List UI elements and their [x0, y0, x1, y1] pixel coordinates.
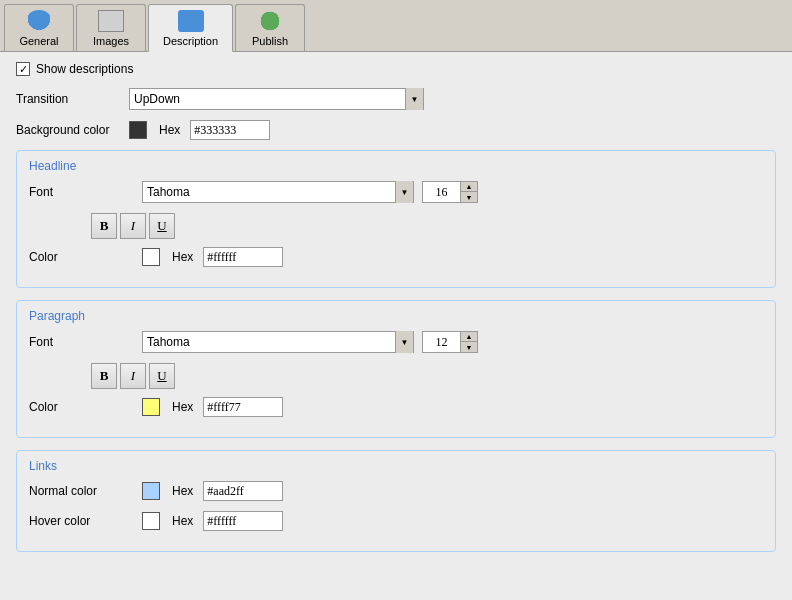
links-section: Links Normal color Hex Hover color Hex	[16, 450, 776, 552]
tab-description[interactable]: Description	[148, 4, 233, 52]
transition-label: Transition	[16, 92, 121, 106]
paragraph-font-label: Font	[29, 335, 134, 349]
headline-section: Headline Font Tahoma ▼ ▲ ▼ B I U Color	[16, 150, 776, 288]
transition-row: Transition UpDown ▼	[16, 88, 776, 110]
show-descriptions-label: Show descriptions	[36, 62, 133, 76]
headline-hex-label: Hex	[172, 250, 193, 264]
tab-images-label: Images	[93, 35, 129, 47]
background-color-swatch[interactable]	[129, 121, 147, 139]
headline-color-swatch[interactable]	[142, 248, 160, 266]
normal-hex-label: Hex	[172, 484, 193, 498]
headline-italic-button[interactable]: I	[120, 213, 146, 239]
transition-dropdown[interactable]: UpDown ▼	[129, 88, 424, 110]
tab-bar: General Images Description Publish	[0, 0, 792, 52]
main-content: Show descriptions Transition UpDown ▼ Ba…	[0, 52, 792, 600]
transition-value: UpDown	[130, 92, 405, 106]
headline-size-spinner: ▲ ▼	[422, 181, 478, 203]
hover-hex-label: Hex	[172, 514, 193, 528]
tab-description-label: Description	[163, 35, 218, 47]
paragraph-size-down[interactable]: ▼	[461, 342, 477, 352]
paragraph-size-up[interactable]: ▲	[461, 332, 477, 342]
headline-font-label: Font	[29, 185, 134, 199]
normal-color-row: Normal color Hex	[29, 481, 763, 501]
paragraph-section: Paragraph Font Tahoma ▼ ▲ ▼ B I U Color	[16, 300, 776, 438]
paragraph-color-swatch[interactable]	[142, 398, 160, 416]
tab-general[interactable]: General	[4, 4, 74, 51]
paragraph-font-arrow[interactable]: ▼	[395, 331, 413, 353]
headline-bold-button[interactable]: B	[91, 213, 117, 239]
tab-general-label: General	[19, 35, 58, 47]
paragraph-font-value: Tahoma	[143, 335, 395, 349]
headline-underline-button[interactable]: U	[149, 213, 175, 239]
headline-spinner-buttons: ▲ ▼	[460, 181, 478, 203]
hover-color-row: Hover color Hex	[29, 511, 763, 531]
hover-hex-input[interactable]	[203, 511, 283, 531]
headline-size-input[interactable]	[422, 181, 460, 203]
paragraph-color-row: Color Hex	[29, 397, 763, 417]
headline-font-dropdown[interactable]: Tahoma ▼	[142, 181, 414, 203]
headline-hex-input[interactable]	[203, 247, 283, 267]
hover-color-label: Hover color	[29, 514, 134, 528]
paragraph-size-spinner: ▲ ▼	[422, 331, 478, 353]
paragraph-font-dropdown[interactable]: Tahoma ▼	[142, 331, 414, 353]
description-icon	[177, 9, 205, 33]
general-icon	[25, 9, 53, 33]
paragraph-bold-button[interactable]: B	[91, 363, 117, 389]
background-hex-label: Hex	[159, 123, 180, 137]
show-descriptions-row: Show descriptions	[16, 62, 776, 76]
transition-dropdown-arrow[interactable]: ▼	[405, 88, 423, 110]
headline-font-value: Tahoma	[143, 185, 395, 199]
paragraph-underline-button[interactable]: U	[149, 363, 175, 389]
normal-color-label: Normal color	[29, 484, 134, 498]
headline-title: Headline	[29, 159, 763, 173]
publish-icon	[256, 9, 284, 33]
headline-font-arrow[interactable]: ▼	[395, 181, 413, 203]
paragraph-title: Paragraph	[29, 309, 763, 323]
tab-publish[interactable]: Publish	[235, 4, 305, 51]
paragraph-format-buttons: B I U	[91, 363, 763, 389]
paragraph-font-row: Font Tahoma ▼ ▲ ▼	[29, 331, 763, 353]
normal-hex-input[interactable]	[203, 481, 283, 501]
background-hex-input[interactable]	[190, 120, 270, 140]
background-color-label: Background color	[16, 123, 121, 137]
paragraph-size-input[interactable]	[422, 331, 460, 353]
headline-format-buttons: B I U	[91, 213, 763, 239]
show-descriptions-checkbox[interactable]	[16, 62, 30, 76]
headline-font-row: Font Tahoma ▼ ▲ ▼	[29, 181, 763, 203]
paragraph-hex-input[interactable]	[203, 397, 283, 417]
normal-color-swatch[interactable]	[142, 482, 160, 500]
paragraph-hex-label: Hex	[172, 400, 193, 414]
tab-publish-label: Publish	[252, 35, 288, 47]
images-icon	[97, 9, 125, 33]
headline-size-up[interactable]: ▲	[461, 182, 477, 192]
background-color-row: Background color Hex	[16, 120, 776, 140]
paragraph-spinner-buttons: ▲ ▼	[460, 331, 478, 353]
hover-color-swatch[interactable]	[142, 512, 160, 530]
paragraph-color-label: Color	[29, 400, 134, 414]
headline-color-row: Color Hex	[29, 247, 763, 267]
headline-color-label: Color	[29, 250, 134, 264]
links-title: Links	[29, 459, 763, 473]
paragraph-italic-button[interactable]: I	[120, 363, 146, 389]
headline-size-down[interactable]: ▼	[461, 192, 477, 202]
tab-images[interactable]: Images	[76, 4, 146, 51]
